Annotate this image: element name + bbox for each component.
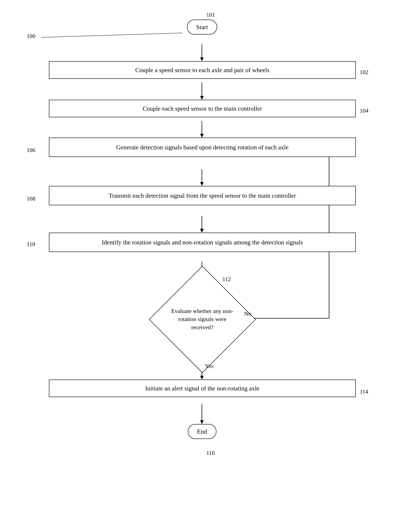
- label-112: 112: [222, 276, 231, 283]
- step-114-node: Initiate an alert signal of the non-rota…: [49, 380, 356, 397]
- step-110-node: Identify the rotation signals and non-ro…: [49, 233, 356, 252]
- svg-marker-9: [200, 229, 204, 233]
- step-108-node: Transmit each detection signal from the …: [49, 186, 356, 205]
- label-106: 106: [27, 147, 35, 154]
- step-102-label: Couple a speed sensor to each axle and p…: [135, 66, 269, 73]
- end-shape: End: [188, 424, 216, 439]
- diagram-label: 100: [27, 33, 35, 40]
- start-label: Start: [196, 24, 208, 31]
- label-110: 110: [27, 241, 35, 248]
- svg-marker-7: [200, 182, 204, 186]
- step-114-shape: Initiate an alert signal of the non-rota…: [49, 380, 356, 397]
- start-shape: Start: [187, 19, 217, 34]
- label-101: 101: [206, 12, 215, 18]
- step-106-label: Generate detection signals based upon de…: [116, 144, 288, 151]
- step-110-shape: Identify the rotation signals and non-ro…: [49, 233, 356, 252]
- step-110-label: Identify the rotation signals and non-ro…: [102, 239, 303, 246]
- svg-marker-5: [200, 134, 204, 137]
- label-104: 104: [360, 108, 368, 114]
- label-114: 114: [360, 389, 368, 395]
- end-node: End: [188, 424, 216, 439]
- label-116: 116: [206, 450, 215, 456]
- label-102: 102: [360, 69, 368, 76]
- svg-line-20: [41, 33, 182, 37]
- step-106-node: Generate detection signals based upon de…: [49, 137, 356, 157]
- step-106-shape: Generate detection signals based upon de…: [49, 137, 356, 157]
- label-108: 108: [27, 195, 35, 202]
- svg-marker-1: [200, 58, 204, 61]
- step-104-label: Couple each speed sensor to the main con…: [143, 105, 262, 112]
- step-112-diamond: [149, 266, 256, 373]
- step-104-node: Couple each speed sensor to the main con…: [49, 100, 356, 117]
- step-102-shape: Couple a speed sensor to each axle and p…: [49, 61, 356, 79]
- yes-label: Yes: [205, 363, 214, 370]
- step-104-shape: Couple each speed sensor to the main con…: [49, 100, 356, 117]
- start-node: Start: [187, 19, 217, 34]
- end-label: End: [197, 428, 207, 435]
- svg-marker-3: [200, 96, 204, 100]
- step-108-shape: Transmit each detection signal from the …: [49, 186, 356, 205]
- svg-marker-15: [200, 420, 204, 424]
- svg-marker-13: [200, 376, 204, 380]
- no-label: No: [244, 311, 251, 317]
- flowchart-diagram: 100 Start 101 Couple a speed sensor to e…: [0, 0, 404, 532]
- step-112-node: Evaluate whether any non-rotation signal…: [164, 282, 240, 357]
- step-114-label: Initiate an alert signal of the non-rota…: [145, 385, 259, 392]
- step-102-node: Couple a speed sensor to each axle and p…: [49, 61, 356, 79]
- step-108-label: Transmit each detection signal from the …: [109, 192, 296, 199]
